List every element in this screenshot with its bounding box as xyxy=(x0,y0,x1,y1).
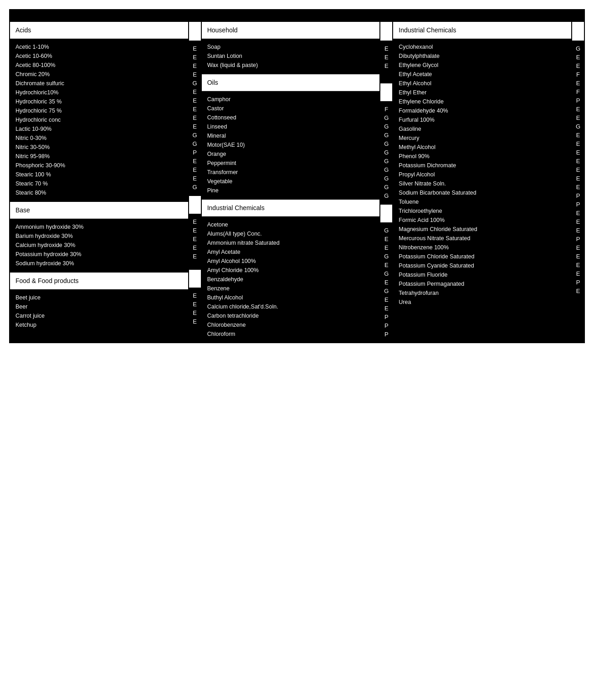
resistance-value: E xyxy=(572,174,584,183)
resistance-value: F xyxy=(380,105,392,113)
header-resist-1 xyxy=(188,10,201,21)
resist-section-spacer xyxy=(380,204,392,222)
list-item: Ethyl Alcohol xyxy=(399,79,566,88)
header-row xyxy=(10,10,584,22)
resistance-value: E xyxy=(380,44,392,53)
resist-block: EEEE xyxy=(189,288,201,343)
resistance-value: G xyxy=(380,157,392,165)
list-item: Carbon tetrachloride xyxy=(207,311,374,320)
resist-section-spacer xyxy=(189,22,201,41)
resistance-value: G xyxy=(380,122,392,131)
list-item: Orange xyxy=(207,149,374,159)
resistance-value: P xyxy=(380,330,392,339)
body-col-3: Industrial ChemicalsCyclohexanolDibutylp… xyxy=(393,22,584,342)
list-item: Buthyl Alcohol xyxy=(207,293,374,302)
resist-block: EEEEE xyxy=(189,214,201,269)
list-item: Potassium Chloride Saturated xyxy=(399,252,566,261)
resistance-value: E xyxy=(189,157,201,165)
list-item: Potassium Permaganated xyxy=(399,279,566,288)
list-item: Mineral xyxy=(207,131,374,140)
list-item: Hydrochloric 35 % xyxy=(15,97,183,106)
resist-block: FGGGGGGGGGG xyxy=(380,101,392,204)
resistance-value: E xyxy=(380,304,392,313)
section-header: Oils xyxy=(202,73,380,91)
list-item: Potassium hydroxide 30% xyxy=(15,250,183,259)
list-item: Ethylene Chloride xyxy=(399,97,566,106)
data-block: SoapSuntan LotionWax (liquid & paste) xyxy=(202,39,380,73)
list-item: Potassium Cyanide Saturated xyxy=(399,261,566,270)
resistance-value: E xyxy=(189,252,201,261)
list-item: Toluene xyxy=(399,197,566,206)
list-item: Tetrahydrofuran xyxy=(399,288,566,298)
resistance-value: E xyxy=(189,300,201,309)
resistance-value: E xyxy=(189,62,201,70)
resistance-value: E xyxy=(572,261,584,269)
resist-block: EEEEGEEEEEGGPEEEG xyxy=(189,41,201,195)
resistance-value: E xyxy=(572,157,584,165)
list-item: Peppermint xyxy=(207,159,374,168)
resist-section-spacer xyxy=(572,22,584,41)
list-item: Mercury xyxy=(399,134,566,143)
list-item: Nitric 30-50% xyxy=(15,143,183,152)
list-item: Potassium Dichromate xyxy=(399,161,566,170)
resistance-value: G xyxy=(380,252,392,261)
resistance-value: E xyxy=(572,139,584,148)
resistance-value: E xyxy=(189,105,201,113)
list-item: Cottonseed xyxy=(207,113,374,122)
resistance-value: E xyxy=(380,243,392,252)
resistance-value: E xyxy=(380,295,392,304)
data-block: CamphorCastorCottonseedLinseedMineralMot… xyxy=(202,91,380,199)
resistance-value: E xyxy=(189,70,201,79)
resistance-value: G xyxy=(189,79,201,88)
resistance-value: E xyxy=(189,226,201,235)
list-item: Amyl Alcohol 100% xyxy=(207,257,374,266)
resistance-value: E xyxy=(189,122,201,131)
resistance-value: G xyxy=(380,148,392,157)
header-title-2 xyxy=(202,10,380,21)
resistance-value: G xyxy=(189,131,201,139)
list-item: Chromic 20% xyxy=(15,70,183,79)
resistance-value: E xyxy=(572,287,584,295)
list-item: Beer xyxy=(15,302,183,311)
resistance-value: E xyxy=(572,113,584,122)
section-header: Industrial Chemicals xyxy=(393,22,571,39)
resistance-value: E xyxy=(189,317,201,326)
list-item: Hydrochloric10% xyxy=(15,88,183,97)
col1-resist: EEEEGEEEEEGGPEEEGEEEEEEEEE xyxy=(188,22,201,342)
col2-reagent: HouseholdSoapSuntan LotionWax (liquid & … xyxy=(202,22,380,342)
resist-section-spacer xyxy=(189,195,201,214)
resistance-value: G xyxy=(380,191,392,200)
resistance-value: G xyxy=(380,269,392,278)
list-item: Ammonium nitrate Saturated xyxy=(207,238,374,247)
list-item: Acetic 80-100% xyxy=(15,61,183,70)
resistance-value: E xyxy=(189,44,201,53)
section-header: Household xyxy=(202,22,380,39)
list-item: Trichloroethylene xyxy=(399,206,566,216)
resistance-value: E xyxy=(189,174,201,183)
list-item: Sodium Bicarbonate Saturated xyxy=(399,188,566,197)
list-item: Amyl Acetate xyxy=(207,247,374,257)
list-item: Pine xyxy=(207,186,374,195)
resistance-value: G xyxy=(572,44,584,53)
resistance-value: P xyxy=(572,235,584,243)
list-item: Soap xyxy=(207,42,374,51)
resistance-value: G xyxy=(380,226,392,235)
resistance-value: G xyxy=(380,139,392,148)
list-item: Transformer xyxy=(207,168,374,177)
list-item: Stearic 70 % xyxy=(15,179,183,188)
resistance-value: G xyxy=(189,139,201,148)
resistance-value: G xyxy=(380,287,392,295)
resistance-value: E xyxy=(572,217,584,226)
header-title-1 xyxy=(10,10,188,21)
resistance-value: P xyxy=(572,191,584,200)
resistance-value: P xyxy=(380,313,392,321)
col3-resist: GEEFEFPEEGEEEEEEEPPEEEPEEEEPE xyxy=(571,22,584,342)
list-item: Ammonium hydroxide 30% xyxy=(15,222,183,232)
list-item: Methyl Alcohol xyxy=(399,143,566,152)
resistance-value: E xyxy=(572,269,584,278)
resistance-value: P xyxy=(380,321,392,330)
resist-section-spacer xyxy=(189,269,201,288)
list-item: Propyl Alcohol xyxy=(399,170,566,179)
list-item: Amyl Chloride 100% xyxy=(207,266,374,275)
col3-reagent: Industrial ChemicalsCyclohexanolDibutylp… xyxy=(393,22,571,342)
